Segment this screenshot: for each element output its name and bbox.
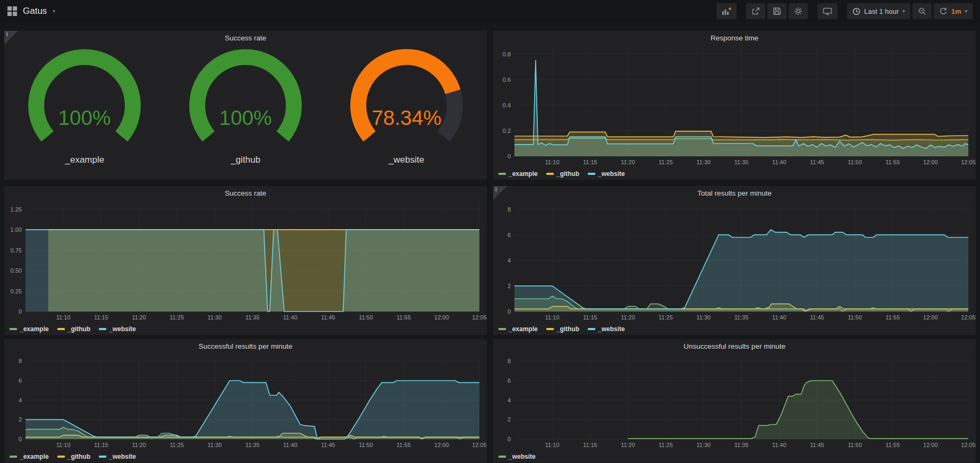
legend-color-dash xyxy=(10,328,17,330)
x-axis-tick-label: 11:50 xyxy=(848,442,862,448)
legend-item-_website[interactable]: _website xyxy=(588,325,625,333)
x-axis-tick-label: 11:20 xyxy=(132,442,146,448)
chart-unsuccessful-results[interactable]: 0246811:1011:1511:2011:2511:3011:3511:40… xyxy=(493,353,976,451)
panel-title[interactable]: Successful results per minute xyxy=(4,339,487,353)
apps-grid-icon[interactable] xyxy=(7,6,17,16)
dashboard-title[interactable]: Gatus xyxy=(23,6,47,16)
x-axis-tick-label: 11:25 xyxy=(658,159,673,165)
time-range-label: Last 1 hour xyxy=(864,7,899,15)
legend-item-_website[interactable]: _website xyxy=(588,170,625,178)
chart-legend: _example_github_website xyxy=(493,168,976,180)
chart-canvas[interactable]: 0246811:1011:1511:2011:2511:3011:3511:40… xyxy=(493,200,976,323)
y-axis-tick-label: 0.4 xyxy=(503,102,511,108)
x-axis-tick-label: 12:05 xyxy=(961,314,976,321)
chevron-down-icon[interactable]: ▾ xyxy=(965,9,967,14)
legend-label: _github xyxy=(67,325,90,333)
add-panel-button[interactable] xyxy=(716,3,737,19)
gauge-label: _github xyxy=(231,155,260,165)
monitor-icon xyxy=(823,7,832,15)
chart-total-results[interactable]: 0246811:1011:1511:2011:2511:3011:3511:40… xyxy=(493,200,976,323)
y-axis-tick-label: 0 xyxy=(508,153,511,159)
x-axis-tick-label: 11:55 xyxy=(885,442,900,448)
legend-color-dash xyxy=(57,456,65,458)
x-axis-tick-label: 12:00 xyxy=(923,442,938,448)
x-axis-tick-label: 11:45 xyxy=(810,159,824,165)
share-icon xyxy=(751,7,760,15)
x-axis-tick-label: 11:45 xyxy=(321,442,335,448)
legend-item-_website[interactable]: _website xyxy=(499,453,536,460)
x-axis-tick-label: 11:20 xyxy=(621,442,635,448)
chart-success-rate[interactable]: 00.250.500.751.001.2511:1011:1511:2011:2… xyxy=(4,200,487,323)
y-axis-tick-label: 0.25 xyxy=(11,288,22,294)
legend-item-_example[interactable]: _example xyxy=(499,325,538,333)
legend-item-_github[interactable]: _github xyxy=(57,453,90,460)
x-axis-tick-label: 11:15 xyxy=(583,314,597,321)
x-axis-tick-label: 11:55 xyxy=(885,159,900,165)
y-axis-tick-label: 0 xyxy=(508,436,511,442)
zoom-out-button[interactable] xyxy=(913,3,932,19)
panel-info-icon[interactable]: i xyxy=(493,186,507,200)
panel-title[interactable]: Unsuccessful results per minute xyxy=(493,339,976,353)
legend-item-_example[interactable]: _example xyxy=(499,170,538,178)
gauge-value: 78.34% xyxy=(371,106,441,129)
x-axis-tick-label: 11:35 xyxy=(734,314,749,321)
refresh-interval-label[interactable]: 1m xyxy=(951,7,961,15)
legend-color-dash xyxy=(588,173,595,175)
y-axis-tick-label: 2 xyxy=(508,283,511,289)
x-axis-tick-label: 11:20 xyxy=(621,314,635,321)
panel-response-time: Response time 00.20.40.60.811:1011:1511:… xyxy=(493,31,976,180)
y-axis-tick-label: 6 xyxy=(508,377,511,384)
x-axis-tick-label: 11:55 xyxy=(885,314,900,321)
legend-color-dash xyxy=(57,328,65,330)
chart-canvas[interactable]: 00.250.500.751.001.2511:1011:1511:2011:2… xyxy=(4,200,487,323)
panel-title[interactable]: Success rate xyxy=(4,186,487,200)
legend-label: _example xyxy=(20,453,49,460)
y-axis-tick-label: 0 xyxy=(19,308,22,315)
x-axis-tick-label: 12:00 xyxy=(923,314,938,321)
x-axis-tick-label: 12:05 xyxy=(472,314,487,321)
y-axis-tick-label: 0 xyxy=(508,308,511,315)
tv-mode-button[interactable] xyxy=(817,3,838,19)
x-axis-tick-label: 11:40 xyxy=(772,159,787,165)
legend-item-_example[interactable]: _example xyxy=(10,453,49,460)
x-axis-tick-label: 11:45 xyxy=(321,314,335,321)
refresh-button[interactable]: 1m ▾ xyxy=(934,3,973,19)
y-axis-tick-label: 0.50 xyxy=(11,267,22,274)
settings-button[interactable] xyxy=(789,3,808,19)
chart-legend: _example_github_website xyxy=(4,323,487,335)
gauge-label: _example xyxy=(65,155,104,165)
y-axis-tick-label: 0.75 xyxy=(11,247,22,254)
chart-canvas[interactable]: 0246811:1011:1511:2011:2511:3011:3511:40… xyxy=(493,353,976,451)
legend-color-dash xyxy=(546,173,554,175)
x-axis-tick-label: 11:10 xyxy=(545,442,560,448)
save-button[interactable] xyxy=(767,3,787,19)
add-panel-icon xyxy=(722,7,731,15)
x-axis-tick-label: 11:30 xyxy=(207,314,222,321)
legend-item-_github[interactable]: _github xyxy=(546,170,579,178)
legend-item-_website[interactable]: _website xyxy=(99,453,136,460)
chevron-down-icon[interactable]: ▾ xyxy=(53,9,55,14)
legend-item-_website[interactable]: _website xyxy=(99,325,136,333)
legend-label: _website xyxy=(598,170,625,178)
legend-color-dash xyxy=(10,456,17,458)
panel-info-icon[interactable]: i xyxy=(4,31,18,45)
chart-response-time[interactable]: 00.20.40.60.811:1011:1511:2011:2511:3011… xyxy=(493,45,976,168)
chart-successful-results[interactable]: 0246811:1011:1511:2011:2511:3011:3511:40… xyxy=(4,353,487,451)
y-axis-tick-label: 8 xyxy=(19,358,22,364)
chart-canvas[interactable]: 0246811:1011:1511:2011:2511:3011:3511:40… xyxy=(4,353,487,451)
time-range-picker[interactable]: Last 1 hour ▾ xyxy=(847,3,910,19)
chart-canvas[interactable]: 00.20.40.60.811:1011:1511:2011:2511:3011… xyxy=(493,45,976,168)
share-button[interactable] xyxy=(746,3,765,19)
panel-title[interactable]: Response time xyxy=(493,31,976,45)
x-axis-tick-label: 11:15 xyxy=(583,159,597,165)
x-axis-tick-label: 11:40 xyxy=(772,314,787,321)
y-axis-tick-label: 1.25 xyxy=(11,206,22,213)
panel-title[interactable]: Total results per minute xyxy=(493,186,976,200)
x-axis-tick-label: 12:05 xyxy=(961,442,976,448)
x-axis-tick-label: 11:50 xyxy=(848,314,862,321)
x-axis-tick-label: 12:00 xyxy=(923,159,938,165)
panel-title[interactable]: Success rate xyxy=(4,31,487,45)
legend-item-_github[interactable]: _github xyxy=(546,325,579,333)
legend-item-_example[interactable]: _example xyxy=(10,325,49,333)
legend-item-_github[interactable]: _github xyxy=(57,325,90,333)
